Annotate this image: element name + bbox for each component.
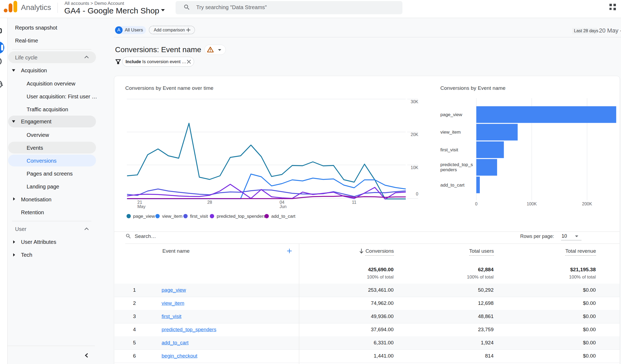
- svg-text:200K: 200K: [582, 202, 592, 206]
- svg-text:11: 11: [352, 200, 356, 205]
- svg-text:page_view: page_view: [440, 112, 462, 117]
- svg-text:May: May: [137, 204, 145, 209]
- svg-text:view_item: view_item: [162, 214, 183, 219]
- svg-text:page_view: page_view: [133, 214, 155, 219]
- svg-text:20K: 20K: [411, 132, 419, 137]
- svg-text:view_item: view_item: [440, 130, 461, 135]
- svg-text:100K: 100K: [527, 202, 537, 206]
- svg-text:first_visit: first_visit: [440, 147, 458, 152]
- svg-text:28: 28: [207, 200, 212, 205]
- svg-text:Jun: Jun: [280, 204, 287, 209]
- svg-text:add_to_cart: add_to_cart: [440, 183, 465, 188]
- svg-text:30K: 30K: [411, 99, 419, 104]
- svg-text:0: 0: [475, 202, 477, 206]
- svg-text:penders: penders: [440, 167, 457, 172]
- svg-text:10K: 10K: [411, 165, 419, 170]
- svg-text:21: 21: [137, 200, 142, 205]
- svg-text:0: 0: [416, 192, 418, 196]
- svg-text:first_visit: first_visit: [190, 214, 208, 219]
- svg-text:predicted_top_spenders: predicted_top_spenders: [217, 214, 266, 219]
- svg-text:predicted_top_s: predicted_top_s: [440, 162, 473, 167]
- svg-text:04: 04: [280, 200, 284, 205]
- svg-text:add_to_cart: add_to_cart: [271, 214, 295, 219]
